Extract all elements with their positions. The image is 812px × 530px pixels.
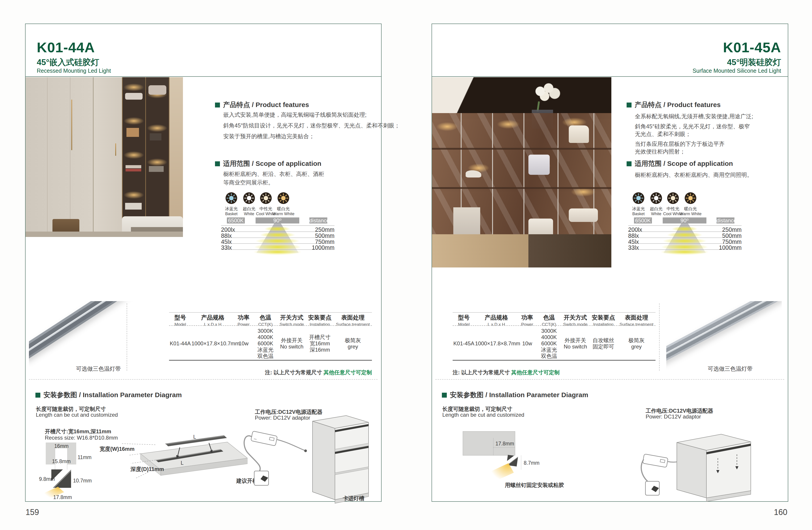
shelf [432, 148, 611, 150]
length-note-en: Length can be cut and customized [442, 412, 524, 418]
guide-line [493, 447, 515, 448]
cell-size: 1000×17.8×8.7mm [475, 340, 518, 347]
light-option-white-icon [650, 192, 662, 204]
flower-bouquet [528, 82, 562, 103]
page-title: K01-45A [723, 39, 781, 55]
dim-length: L [193, 434, 196, 440]
groove-board-diagram: L L 建议开槽尺寸 [122, 422, 247, 499]
surface-mount-diagram: 17.8mm 8.7mm 用螺丝钉固定安装或粘胶 [453, 422, 556, 494]
wall [170, 77, 183, 237]
product-photo-closet [432, 77, 611, 267]
silicone-strip [666, 301, 781, 359]
distance-value: 1000mm [684, 244, 742, 251]
dim-8-7mm: 8.7mm [524, 460, 539, 466]
handbag [569, 125, 589, 143]
feature-line: 安装于预开的槽里,与槽边完美贴合； [223, 132, 315, 140]
ceiling [432, 77, 490, 113]
light-option-cool-white-icon [260, 192, 272, 204]
col-header: 色温CCT(K) [253, 314, 278, 327]
col-header: 功率Power [518, 314, 537, 327]
lux-value: 33lx [628, 244, 639, 251]
glass-cabinet [122, 77, 170, 237]
feature-line: 光效便往柜内照射； [635, 148, 685, 155]
table-data-row: K01-45A 1000×17.8×8.7mm 10w 3000K4000K60… [453, 327, 655, 360]
shelf-light [497, 120, 519, 129]
table-header-row: 型号Model 产品规格L x D x H 功率Power 色温CCT(K) 开… [169, 314, 372, 327]
cell-cct: 3000K4000K6000K冰蓝光双色温 [253, 328, 278, 359]
page-number-right: 160 [742, 507, 787, 517]
col-header: 产品规格L x D x H [191, 314, 234, 327]
section-product-features: 产品特点 / Product features [215, 100, 309, 110]
door-seam [47, 77, 47, 237]
page-subtitle-en: Surface Mounted Silicone Led Light [693, 68, 781, 74]
distance-value: 1000mm [277, 244, 334, 251]
door-frame [492, 113, 493, 239]
board-drawing [122, 422, 247, 499]
dim-16mm: 16mm [53, 443, 70, 449]
light-option-ice-blue-icon [633, 192, 644, 204]
section-bullet-icon [215, 102, 220, 108]
board-depth-label: 深度(D)11mm [130, 465, 164, 473]
col-header: 功率Power [234, 314, 253, 327]
feature-line: 斜角45°硅胶柔光，见光不见灯，迷你型、极窄 [635, 123, 750, 130]
profile-caption: 可选做三色温灯带 [70, 365, 121, 373]
glass-cabinet-wall [432, 113, 611, 239]
feature-line: 当灯条应用在层板的下方于板边平齐 [635, 140, 725, 148]
light-beam [490, 463, 514, 482]
silicone-strip [29, 301, 143, 355]
vertical-divider [127, 303, 127, 371]
recess-section-diagram: 16mm 11mm 15.8mm 9.8mm 10.7mm 17.8mm [39, 426, 115, 500]
cell-model: K01-45A [453, 340, 475, 347]
section-bullet-icon [442, 393, 447, 398]
page-subtitle-en: Recessed Mounting Led Light [37, 68, 111, 74]
length-note-en: Length can be cut and customized [36, 412, 118, 418]
scope-line: 等商业空间展示柜。 [223, 179, 274, 186]
chart-line [221, 225, 334, 226]
folded-clothes [149, 166, 164, 172]
cct-badge: 6500K [227, 218, 245, 223]
dim-17-8mm: 17.8mm [53, 494, 73, 500]
light-option-label: 暖白光Warm White [677, 206, 704, 217]
feature-line: 全系标配无氧铜线,无须开槽,安装便捷,用途广泛; [635, 113, 753, 120]
cell-model: K01-44A [169, 340, 191, 347]
scope-line: 橱柜柜底柜内、柜沿、衣柜、高柜、酒柜 [223, 170, 324, 178]
beam-angle-badge: 90⁰ [256, 218, 299, 223]
profile-caption: 可选做三色温灯带 [697, 365, 753, 373]
cabinet-frame [145, 77, 146, 237]
handbag [150, 133, 161, 140]
table-rule-bottom [453, 360, 655, 361]
table-note: 注: 以上尺寸为常规尺寸 其他任意尺寸可定制 [453, 369, 560, 376]
lux-value: 33lx [221, 244, 232, 251]
col-header: 开关方式Switch mode [561, 314, 590, 327]
table-rule-dashed [169, 325, 372, 326]
header-rule [26, 76, 381, 77]
folded-clothes [125, 203, 142, 210]
cell-surface: 极简灰grey [334, 337, 372, 350]
col-header: 安装要点Installation [306, 314, 334, 327]
section-divider [435, 379, 784, 380]
folded-clothes [126, 165, 141, 168]
guide-line [55, 464, 55, 470]
cell-switch: 外接开关No switch [561, 337, 590, 350]
chart-line [628, 225, 742, 226]
cct-badge: 6500K [634, 218, 652, 223]
section-divider [29, 379, 378, 380]
table-rule-dashed [453, 325, 655, 326]
section-bullet-icon [215, 161, 220, 166]
section-bullet-icon [627, 161, 632, 166]
page-k01-44a: K01-44A 45°嵌入式硅胶灯 Recessed Mounting Led … [25, 24, 381, 502]
section-scope: 适用范围 / Scope of application [627, 159, 733, 168]
surface-mount-caption: 用螺丝钉固定安装或粘胶 [505, 482, 564, 489]
shelf-light [124, 191, 144, 199]
dim-17-8mm: 17.8mm [495, 441, 514, 447]
distance-badge: distance [309, 218, 327, 223]
adaptor-cabinet-drawing [640, 394, 780, 511]
aluminum-profile [29, 301, 146, 360]
guide-line [521, 456, 521, 470]
cell-power: 10w [234, 340, 253, 347]
bed-throw [131, 227, 183, 232]
feature-line: 嵌入式安装,简单便捷，高端无氧铜端子线极简灰铝面处理; [223, 111, 366, 118]
adaptor-cabinet-diagram: 卡进灯槽 [241, 396, 375, 511]
col-header: 表面处理Surface treatment [334, 314, 372, 327]
page-title: K01-44A [37, 39, 95, 55]
